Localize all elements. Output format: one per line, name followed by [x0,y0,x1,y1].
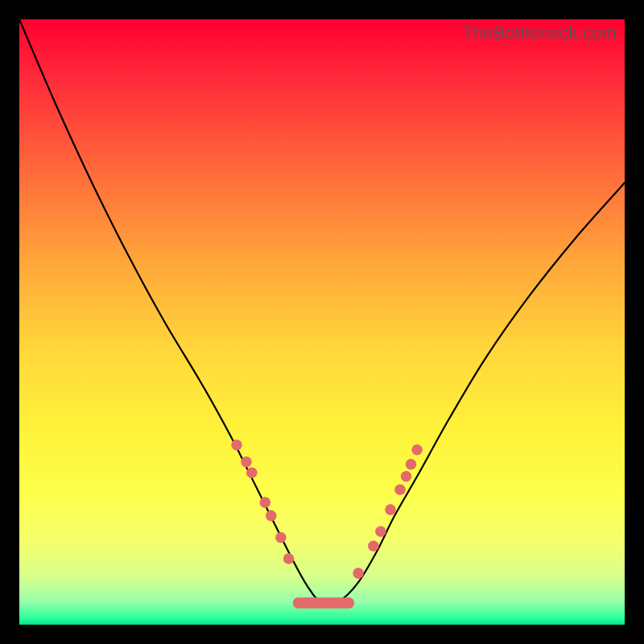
bottleneck-curve [19,19,625,605]
right-dot-5 [401,471,412,482]
left-dot-5 [275,532,287,543]
left-dot-0 [231,440,242,451]
bottom-flat-marker [293,597,354,609]
left-dot-3 [260,497,271,508]
left-dot-6 [283,553,295,564]
right-dot-0 [353,568,364,579]
right-dot-6 [406,459,417,470]
right-dot-1 [368,540,379,551]
right-dot-3 [385,504,396,515]
chart-frame: TheBottleneck.com [19,19,625,625]
chart-plot [19,19,625,625]
left-dot-4 [266,510,277,522]
right-dot-4 [394,485,406,496]
left-dot-1 [241,456,252,468]
left-dot-2 [246,467,258,478]
right-branch-dots [353,444,423,579]
right-dot-2 [375,526,386,537]
right-dot-7 [411,444,423,456]
